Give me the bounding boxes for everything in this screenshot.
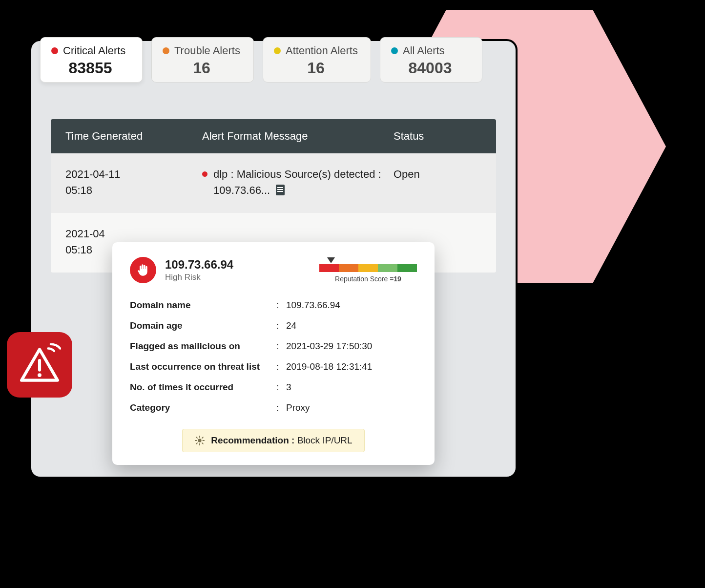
field-key: No. of times it occurred xyxy=(130,382,276,393)
reputation-label: Reputation Score = xyxy=(335,275,394,283)
row-time: 05:18 xyxy=(65,182,202,198)
tab-dot-icon xyxy=(274,47,281,54)
field-value: 3 xyxy=(286,382,417,393)
svg-line-7 xyxy=(196,437,197,438)
score-marker-icon xyxy=(327,257,335,263)
row-status: Open xyxy=(394,166,481,198)
svg-point-1 xyxy=(38,373,41,377)
tab-count: 83855 xyxy=(51,59,129,77)
detail-field: Category: Proxy xyxy=(130,398,417,418)
detail-field: Domain name: 109.73.66.94 xyxy=(130,295,417,315)
tab-label: All Alerts xyxy=(403,44,445,57)
table-header: Time Generated Alert Format Message Stat… xyxy=(51,119,496,153)
recommendation-label: Recommendation : xyxy=(211,435,294,445)
svg-point-2 xyxy=(198,439,202,442)
field-value: 2021-03-29 17:50:30 xyxy=(286,341,417,352)
detail-field: Domain age: 24 xyxy=(130,315,417,336)
field-key: Last occurrence on threat list xyxy=(130,361,276,372)
detail-risk-label: High Risk xyxy=(165,273,233,282)
tab-dot-icon xyxy=(51,47,58,54)
reputation-score: Reputation Score =19 xyxy=(319,257,417,283)
alert-badge-icon xyxy=(7,332,72,398)
svg-line-10 xyxy=(202,437,203,438)
svg-line-9 xyxy=(196,443,197,444)
alert-tabs: Critical Alerts 83855 Trouble Alerts 16 … xyxy=(40,37,482,83)
tab-attention-alerts[interactable]: Attention Alerts 16 xyxy=(263,37,371,83)
stop-hand-icon xyxy=(130,257,156,283)
warning-triangle-icon xyxy=(18,343,61,386)
tab-count: 16 xyxy=(274,59,358,77)
reputation-value: 19 xyxy=(394,275,401,283)
field-value: 2019-08-18 12:31:41 xyxy=(286,361,417,372)
field-key: Category xyxy=(130,402,276,413)
row-message: dlp : Malicious Source(s) detected : 109… xyxy=(213,168,381,196)
recommendation-banner: Recommendation : Block IP/URL xyxy=(182,429,364,452)
tab-label: Critical Alerts xyxy=(63,44,125,57)
field-key: Domain age xyxy=(130,320,276,331)
tab-dot-icon xyxy=(163,47,169,54)
field-key: Domain name xyxy=(130,300,276,311)
severity-dot-icon xyxy=(202,171,207,177)
lightbulb-icon xyxy=(194,435,205,446)
field-value: 109.73.66.94 xyxy=(286,300,417,311)
table-row[interactable]: 2021-04-11 05:18 dlp : Malicious Source(… xyxy=(51,153,496,213)
score-bar-icon xyxy=(319,264,417,272)
tab-dot-icon xyxy=(391,47,398,54)
detail-field: Last occurrence on threat list: 2019-08-… xyxy=(130,357,417,377)
detail-ip: 109.73.66.94 xyxy=(165,258,233,272)
row-date: 2021-04-11 xyxy=(65,166,202,182)
tab-count: 84003 xyxy=(391,59,469,77)
svg-line-8 xyxy=(202,443,203,444)
tab-label: Attention Alerts xyxy=(286,44,358,57)
field-value: 24 xyxy=(286,320,417,331)
ip-detail-card: 109.73.66.94 High Risk Reputation Score … xyxy=(112,242,435,465)
document-icon[interactable] xyxy=(276,185,285,195)
col-status: Status xyxy=(394,130,481,143)
col-alert-message: Alert Format Message xyxy=(202,130,394,143)
detail-field: Flagged as mailicious on: 2021-03-29 17:… xyxy=(130,336,417,357)
tab-all-alerts[interactable]: All Alerts 84003 xyxy=(380,37,482,83)
row-date: 2021-04 xyxy=(65,226,202,242)
detail-field: No. of times it occurred: 3 xyxy=(130,377,417,398)
tab-count: 16 xyxy=(163,59,241,77)
field-value: Proxy xyxy=(286,402,417,413)
tab-critical-alerts[interactable]: Critical Alerts 83855 xyxy=(40,37,143,83)
field-key: Flagged as mailicious on xyxy=(130,341,276,352)
col-time-generated: Time Generated xyxy=(65,130,202,143)
recommendation-value: Block IP/URL xyxy=(297,435,352,445)
tab-label: Trouble Alerts xyxy=(174,44,240,57)
tab-trouble-alerts[interactable]: Trouble Alerts 16 xyxy=(151,37,254,83)
